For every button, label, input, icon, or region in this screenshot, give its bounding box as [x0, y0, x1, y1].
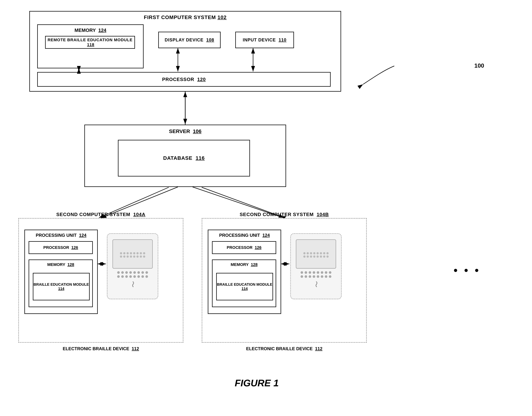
- ellipsis-dots: • • •: [454, 264, 481, 276]
- rbem-box: REMOTE BRAILLE EDUCATION MODULE 118: [45, 36, 135, 49]
- processor-inner-a: PROCESSOR 126: [29, 241, 93, 254]
- memory-inner-b-title: MEMORY 128: [231, 262, 258, 267]
- second-cs-b: SECOND COMPUTER SYSTEM 104B PROCESSING U…: [202, 218, 367, 343]
- input-device-box: INPUT DEVICE 110: [235, 32, 294, 48]
- memory-inner-a-title: MEMORY 128: [47, 262, 74, 267]
- ebd-label-a: ELECTRONIC BRAILLE DEVICE 112: [63, 346, 139, 351]
- bem-box-a: BRAILLE EDUCATION MODULE 114: [33, 273, 90, 300]
- diagram: FIRST COMPUTER SYSTEM 102 MEMORY 124 REM…: [18, 11, 495, 396]
- bem-box-b: BRAILLE EDUCATION MODULE 114: [216, 273, 273, 300]
- second-cs-a: SECOND COMPUTER SYSTEM 104A PROCESSING U…: [18, 218, 183, 343]
- first-cs-title: FIRST COMPUTER SYSTEM 102: [144, 14, 226, 20]
- connector-squiggle-a: 〜: [128, 281, 137, 288]
- ebd-label-b: ELECTRONIC BRAILLE DEVICE 112: [246, 346, 322, 351]
- braille-device-b: 〜: [290, 233, 342, 299]
- braille-device-a: 〜: [107, 233, 158, 299]
- processing-unit-a: PROCESSING UNIT 124 PROCESSOR 126 MEMORY…: [24, 230, 98, 314]
- display-device-box: DISPLAY DEVICE 108: [158, 32, 221, 48]
- processing-unit-a-title: PROCESSING UNIT 124: [36, 233, 86, 238]
- ref-100: 100: [474, 62, 484, 69]
- memory-inner-b: MEMORY 128 BRAILLE EDUCATION MODULE 114: [212, 259, 276, 307]
- server-title: SERVER 106: [169, 128, 202, 134]
- database-box: DATABASE 116: [118, 140, 250, 177]
- memory-inner-a: MEMORY 128 BRAILLE EDUCATION MODULE 114: [29, 259, 93, 307]
- processor-box-first: PROCESSOR 120: [37, 72, 331, 87]
- processing-unit-b: PROCESSING UNIT 124 PROCESSOR 126 MEMORY…: [208, 230, 281, 314]
- first-computer-system: FIRST COMPUTER SYSTEM 102 MEMORY 124 REM…: [29, 11, 341, 92]
- bd-screen-a: [112, 239, 153, 269]
- memory-title: MEMORY 124: [75, 28, 106, 33]
- processor-inner-b: PROCESSOR 126: [212, 241, 276, 254]
- second-cs-a-title: SECOND COMPUTER SYSTEM 104A: [56, 212, 145, 217]
- connector-squiggle-b: 〜: [311, 281, 320, 288]
- bd-screen-b: [296, 239, 336, 269]
- figure-label: FIGURE 1: [235, 378, 279, 388]
- server-box: SERVER 106 DATABASE 116: [84, 125, 286, 187]
- memory-box: MEMORY 124 REMOTE BRAILLE EDUCATION MODU…: [37, 24, 144, 68]
- second-cs-b-title: SECOND COMPUTER SYSTEM 104B: [240, 212, 329, 217]
- processing-unit-b-title: PROCESSING UNIT 124: [219, 233, 270, 238]
